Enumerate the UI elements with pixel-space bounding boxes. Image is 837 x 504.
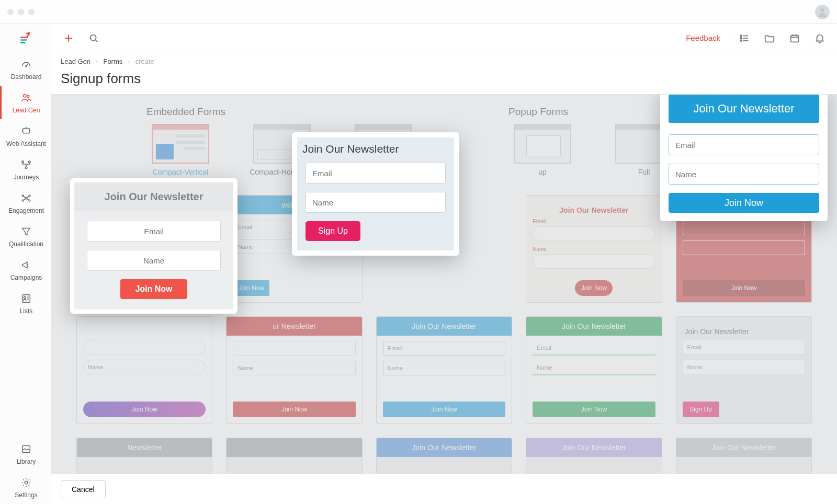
join-now-button[interactable]: Join Now: [233, 280, 269, 296]
email-field[interactable]: [83, 340, 206, 354]
email-field[interactable]: [683, 221, 805, 235]
traffic-dot: [28, 9, 35, 15]
chevron-right-icon: ›: [128, 58, 130, 65]
form-card-purple[interactable]: Join Now: [76, 316, 212, 424]
sidebar-nav: Dashboard Lead Gen Web Assistant Journey…: [0, 52, 51, 320]
traffic-dot: [7, 9, 14, 15]
svg-point-6: [29, 161, 31, 163]
sidebar-item-journeys[interactable]: Journeys: [0, 153, 51, 186]
join-now-button[interactable]: Join Now: [533, 402, 655, 417]
join-now-button[interactable]: Join Now: [575, 280, 613, 296]
svg-point-0: [820, 8, 824, 12]
svg-point-20: [740, 40, 742, 41]
email-field[interactable]: [383, 341, 505, 356]
avatar[interactable]: [815, 5, 830, 19]
join-now-button[interactable]: Join Now: [83, 402, 206, 417]
name-field[interactable]: [533, 361, 655, 375]
sidebar-item-label: Library: [17, 458, 36, 465]
name-field[interactable]: [83, 360, 206, 374]
crumb-current: create: [135, 58, 154, 65]
name-field[interactable]: [669, 164, 819, 185]
email-field[interactable]: [533, 341, 655, 356]
email-field[interactable]: [306, 163, 446, 184]
sidebar-item-label: Dashboard: [11, 73, 42, 81]
crumb-forms[interactable]: Forms: [103, 58, 122, 65]
add-button[interactable]: [59, 28, 78, 48]
sidebar: Dashboard Lead Gen Web Assistant Journey…: [0, 24, 51, 504]
sidebar-item-lead-gen[interactable]: Lead Gen: [0, 86, 51, 119]
name-field[interactable]: [306, 192, 446, 213]
card-title: ur Newsletter: [227, 317, 361, 336]
crumb-leadgen[interactable]: Lead Gen: [61, 58, 91, 65]
sidebar-item-settings[interactable]: Settings: [0, 471, 51, 504]
name-field[interactable]: [233, 361, 355, 375]
app-logo[interactable]: [0, 24, 51, 52]
breadcrumb: Lead Gen › Forms › create: [61, 58, 828, 65]
sidebar-item-dashboard[interactable]: Dashboard: [0, 52, 51, 86]
sidebar-item-engagement[interactable]: Engagement: [0, 186, 51, 220]
card-title: Newsletter: [77, 438, 212, 457]
sidebar-item-qualification[interactable]: Qualification: [0, 220, 51, 253]
sidebar-item-label: Web Assistant: [6, 140, 46, 147]
sidebar-item-label: Qualification: [9, 240, 43, 248]
feedback-link[interactable]: Feedback: [686, 33, 720, 42]
browser-chrome: [0, 0, 837, 24]
search-button[interactable]: [84, 28, 104, 48]
calendar-icon[interactable]: [785, 28, 805, 48]
name-field[interactable]: [383, 361, 505, 375]
card-title: Join Our Newsletter: [669, 95, 819, 123]
name-field[interactable]: [683, 360, 805, 374]
sidebar-item-label: Lead Gen: [13, 107, 40, 114]
template-popup[interactable]: up: [508, 124, 576, 176]
bell-icon[interactable]: [810, 28, 830, 48]
svg-point-3: [27, 95, 29, 97]
footer-bar: Cancel: [51, 474, 837, 504]
sidebar-item-label: Campaigns: [10, 274, 42, 281]
join-now-button[interactable]: Join Now: [233, 402, 355, 417]
traffic-dot: [18, 9, 24, 15]
sign-up-button[interactable]: Sign Up: [306, 221, 360, 241]
join-now-button[interactable]: Join Now: [683, 280, 805, 296]
tasks-icon[interactable]: [734, 28, 754, 48]
email-field[interactable]: [669, 134, 819, 155]
chevron-right-icon: ›: [96, 58, 98, 65]
form-card-green[interactable]: Join Our Newsletter Join Now: [526, 316, 662, 424]
preview-card-blue: Join Our Newsletter Join Now: [660, 95, 828, 221]
cancel-button[interactable]: Cancel: [61, 480, 106, 498]
form-card-blue2[interactable]: Join Our Newsletter Join Now: [376, 316, 512, 424]
preview-card-light: Join Our Newsletter Sign Up: [292, 132, 459, 256]
folder-icon[interactable]: [760, 28, 779, 48]
join-now-button[interactable]: Join Now: [669, 193, 819, 213]
sidebar-item-campaigns[interactable]: Campaigns: [0, 253, 51, 287]
form-card-cream[interactable]: Join Our Newsletter Email Name Join Now: [526, 195, 662, 303]
email-field[interactable]: [533, 226, 655, 241]
svg-rect-4: [23, 129, 30, 133]
card-title: [227, 438, 361, 457]
email-field[interactable]: [233, 341, 355, 356]
form-card-crimson[interactable]: ur Newsletter Join Now: [226, 316, 362, 424]
name-field[interactable]: [533, 254, 655, 269]
card-title: Join Our Newsletter: [377, 438, 512, 457]
card-title: Join Our Newsletter: [683, 323, 805, 340]
sidebar-item-lists[interactable]: Lists: [0, 287, 51, 320]
svg-point-16: [25, 481, 28, 484]
name-field[interactable]: [683, 240, 805, 255]
join-now-button[interactable]: Join Now: [383, 402, 505, 417]
join-now-button[interactable]: Join Now: [120, 279, 187, 299]
form-card-gray[interactable]: Join Our Newsletter Sign Up: [676, 316, 812, 424]
svg-point-9: [22, 195, 24, 197]
divider: [729, 31, 729, 45]
sidebar-item-web-assistant[interactable]: Web Assistant: [0, 119, 51, 153]
svg-point-7: [25, 167, 27, 169]
email-field[interactable]: [87, 221, 221, 242]
sidebar-item-library[interactable]: Library: [0, 437, 51, 471]
template-compact-vertical[interactable]: Compact-Vertical: [146, 124, 214, 180]
svg-point-17: [91, 35, 96, 40]
name-field[interactable]: [87, 250, 221, 271]
svg-rect-21: [791, 35, 799, 42]
card-title: Join Our Newsletter: [526, 317, 661, 336]
email-field[interactable]: [683, 340, 805, 354]
sidebar-item-label: Settings: [15, 491, 37, 499]
sign-up-button[interactable]: Sign Up: [683, 402, 719, 417]
main: Feedback Lead Gen › Forms › create: [51, 24, 837, 504]
